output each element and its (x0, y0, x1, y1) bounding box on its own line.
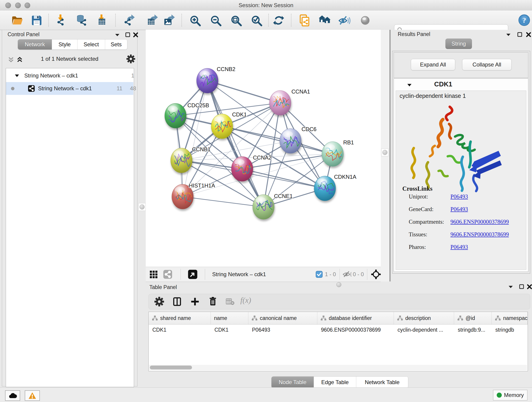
crosslink-label: GeneCard: (409, 206, 450, 212)
selected-checkbox-icon[interactable] (316, 271, 323, 278)
share-view-icon[interactable] (163, 270, 172, 279)
eye-slash-waves-icon[interactable] (338, 14, 351, 27)
column-label: description (405, 315, 431, 321)
zoom-selected-magnifier-icon[interactable] (250, 14, 263, 27)
export-image-arrow-icon[interactable] (163, 14, 176, 27)
tab-sets[interactable]: Sets (105, 39, 127, 50)
import-network-arrow-icon[interactable] (55, 14, 68, 27)
crosslink-row: Uniprot:P06493 (409, 193, 468, 200)
tab-network[interactable]: Network (18, 39, 52, 50)
column-header-canonical-name[interactable]: canonical name (248, 312, 317, 324)
horizontal-splitter-handle[interactable] (335, 282, 343, 287)
divider (181, 269, 181, 280)
tab-style[interactable]: Style (52, 39, 77, 50)
gene-description: cyclin-dependent kinase 1 (399, 93, 466, 99)
gear-icon[interactable] (126, 54, 135, 64)
add-column-plus-icon[interactable] (190, 297, 200, 307)
column-header-database-identifier[interactable]: database identifier (317, 312, 394, 324)
scrollbar-thumb[interactable] (150, 366, 192, 370)
houses-icon[interactable] (318, 14, 331, 27)
node-CCNB2[interactable] (196, 68, 218, 93)
section-expander-icon[interactable] (407, 82, 412, 88)
column-type-icon (252, 315, 258, 321)
column-header-name[interactable]: name (211, 312, 248, 324)
column-label: database identifier (329, 315, 372, 321)
gray-sphere-icon[interactable] (359, 14, 372, 27)
expand-all-button[interactable]: Expand All (411, 59, 455, 70)
node-CCNE1[interactable] (253, 195, 274, 219)
memory-status-dot-icon (497, 393, 502, 398)
help-icon[interactable]: ? (518, 14, 531, 27)
save-floppy-icon[interactable] (30, 14, 43, 27)
collapse-all-button[interactable]: Collapse All (462, 59, 512, 70)
column-header-namespace[interactable]: namespace (492, 312, 528, 324)
panel-close-icon[interactable] (526, 284, 532, 290)
network-tree-child-row-selected[interactable]: String Network – cdk1 11 48 (6, 82, 133, 95)
trash-icon[interactable] (208, 296, 218, 307)
panel-float-icon[interactable] (125, 32, 131, 38)
tab-string[interactable]: String (445, 38, 472, 49)
export-network-arrow-icon[interactable] (123, 14, 135, 27)
import-table-arrow-icon[interactable] (96, 14, 109, 27)
divider (367, 269, 367, 280)
zoom-fit-magnifier-icon[interactable] (229, 14, 242, 27)
tab-network-table[interactable]: Network Table (356, 376, 408, 388)
node-CDKN1A[interactable] (314, 176, 336, 201)
collapse-all-chevron-icon[interactable] (16, 56, 23, 64)
crosslink-link[interactable]: P06493 (450, 206, 468, 212)
crosslink-link[interactable]: 9606.ENSP00000378699 (450, 231, 509, 237)
panel-float-icon[interactable] (517, 32, 523, 38)
node-CCNA2[interactable] (231, 157, 255, 181)
node-table[interactable]: shared namenamecanonical namedatabase id… (148, 312, 528, 371)
expand-all-chevron-icon[interactable] (7, 56, 14, 64)
node-label-CDKN1A: CDKN1A (334, 174, 356, 180)
table-header-row: shared namenamecanonical namedatabase id… (149, 312, 528, 325)
network-canvas[interactable]: CCNB2CCNA1CDC25BCDK1CDC6RB1CCNB1CCNA2CDK… (146, 30, 381, 267)
circular-refresh-arrows-icon[interactable] (272, 14, 285, 27)
column-header-shared-name[interactable]: shared name (149, 312, 211, 324)
documents-share-icon[interactable] (298, 14, 311, 27)
birdseye-view-icon[interactable] (188, 269, 197, 279)
crosslink-link[interactable]: P06493 (450, 193, 468, 200)
node-CDK1[interactable] (211, 114, 233, 139)
node-CCNA1[interactable] (269, 90, 291, 115)
memory-button[interactable]: Memory (493, 390, 527, 400)
node-RB1[interactable] (322, 142, 343, 166)
import-database-icon[interactable] (75, 14, 88, 27)
grid-view-icon[interactable] (149, 270, 158, 279)
column-header-description[interactable]: description (394, 312, 454, 324)
panel-close-icon[interactable] (526, 32, 532, 38)
gear-icon[interactable] (154, 297, 164, 307)
string-results-container: Expand All Collapse All CDK1 cyclin-depe… (392, 51, 530, 274)
panel-collapse-icon[interactable] (505, 32, 511, 38)
node-CDC6[interactable] (280, 128, 302, 153)
columns-icon[interactable] (172, 297, 182, 307)
cloud-button[interactable] (5, 390, 20, 401)
table-row[interactable]: CDK1CDK1P064939606.ENSP00000378699cyclin… (149, 325, 528, 335)
column-header--id[interactable]: @id (454, 312, 492, 324)
cell-shared-name: CDK1 (149, 327, 211, 333)
export-table-arrow-icon[interactable] (146, 14, 158, 27)
cell--id: stringdb:9... (454, 327, 492, 333)
crosslink-link[interactable]: P06493 (450, 244, 468, 250)
right-splitter-handle[interactable] (381, 148, 389, 156)
node-CCNB1[interactable] (171, 148, 192, 173)
warning-button[interactable] (25, 390, 40, 401)
zoom-out-magnifier-icon[interactable] (209, 14, 222, 27)
panel-collapse-icon[interactable] (508, 284, 514, 290)
node-label-CCNA2: CCNA2 (253, 154, 272, 161)
tab-node-table[interactable]: Node Table (272, 376, 314, 388)
tab-edge-table[interactable]: Edge Table (314, 376, 356, 388)
network-tree-parent-row[interactable]: String Network – cdk1 1 (6, 69, 133, 82)
crosshair-fit-icon[interactable] (371, 269, 381, 280)
node-CDC25B[interactable] (165, 103, 186, 128)
tab-select[interactable]: Select (77, 39, 105, 50)
panel-collapse-icon[interactable] (114, 32, 120, 38)
tree-expander-icon[interactable] (14, 73, 20, 78)
zoom-in-magnifier-icon[interactable] (188, 14, 201, 27)
crosslink-link[interactable]: 9606.ENSP00000378699 (450, 219, 509, 225)
left-splitter-handle[interactable] (138, 203, 146, 211)
open-folder-icon[interactable] (11, 14, 23, 27)
panel-float-icon[interactable] (519, 284, 525, 290)
panel-close-icon[interactable] (133, 32, 139, 38)
